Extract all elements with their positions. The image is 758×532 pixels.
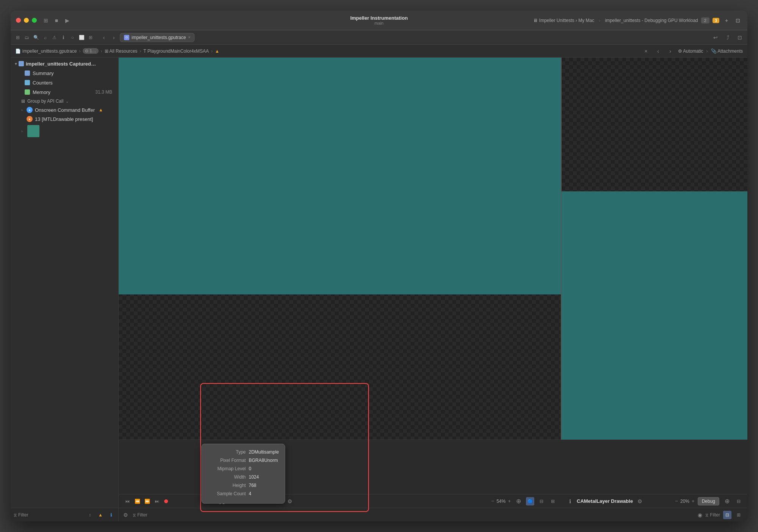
memory-label: Memory xyxy=(33,89,50,95)
onscreen-dot-icon: ● xyxy=(27,107,33,113)
right-zoom-out-icon[interactable]: − xyxy=(675,498,678,504)
fullscreen-button[interactable] xyxy=(32,18,37,23)
toolbar-icons: ⊞ 🗂 🔍 ⌕ ⚠ ℹ ○ ⬜ ⊞ xyxy=(14,33,95,42)
active-tab[interactable]: G impeller_unittests.gputrace × xyxy=(120,33,195,42)
bottom-grid-icon1[interactable]: ⊟ xyxy=(723,511,731,519)
info-filter-icon[interactable]: ℹ xyxy=(107,511,115,519)
refresh-button[interactable]: ↩ xyxy=(711,33,720,42)
bc-prev-button[interactable]: ‹ xyxy=(654,47,663,56)
zoom-out-icon[interactable]: − xyxy=(491,498,494,504)
info-icon[interactable]: ℹ xyxy=(59,33,67,42)
content-area: Type 2DMultisample Pixel Format BGRA8Uno… xyxy=(119,58,747,521)
stop-icon[interactable]: ■ xyxy=(53,17,60,23)
bc-file-icon: 📄 xyxy=(15,49,21,54)
traffic-lights xyxy=(16,18,37,23)
tooltip-width-value: 1024 xyxy=(249,474,259,480)
bc-attachments-label: 📎 Attachments xyxy=(711,49,743,54)
right-crosshair-button[interactable]: ⊕ xyxy=(722,497,731,506)
bc-item-0[interactable]: impeller_unittests.gputrace xyxy=(22,49,77,54)
tooltip-sample-row: Sample Count 4 xyxy=(208,490,279,497)
grid-icon[interactable]: ⊞ xyxy=(86,33,95,42)
teal-square-row[interactable]: › xyxy=(11,124,118,139)
sidebar-item-onscreen[interactable]: › ● Onscreen Command Buffer ▲ xyxy=(11,105,118,114)
bottom-right-filter-button[interactable]: ⧖ Filter xyxy=(705,512,720,518)
title-bc-text: Impeller Unittests › My Mac xyxy=(539,18,594,23)
tooltip-type-value: 2DMultisample xyxy=(249,449,279,455)
sidebar-item-memory[interactable]: Memory 31.3 MB xyxy=(12,88,117,97)
bc-item-1[interactable]: ⊙ 1… xyxy=(83,48,98,54)
bottom-eye-icon[interactable]: ◉ xyxy=(698,512,702,518)
warning-filter-icon[interactable]: ▲ xyxy=(96,511,105,519)
sidebar-item-mtl[interactable]: ● 13 [MTLDrawable present] xyxy=(11,114,118,124)
right-texture-panel xyxy=(562,58,747,440)
bc-close-button[interactable]: × xyxy=(642,47,651,56)
find-icon[interactable]: ⌕ xyxy=(41,33,49,42)
bottom-right-controls: ◉ ⧖ Filter ⊟ ⊞ xyxy=(698,511,743,519)
counters-label: Counters xyxy=(33,80,53,86)
doc-icon[interactable]: ⬜ xyxy=(77,33,86,42)
pb-next-button[interactable]: ⏭ xyxy=(153,497,161,505)
pb-step-back-button[interactable]: ⏪ xyxy=(133,497,141,505)
bottom-global-toolbar: ⚙ ⧖ Filter ◉ ⧖ Filter ⊟ ⊞ xyxy=(119,508,747,521)
filter-button[interactable]: ⧖ Filter xyxy=(14,512,28,518)
zoom-in-icon[interactable]: + xyxy=(508,498,511,504)
bottom-settings-icon[interactable]: ⚙ xyxy=(123,512,128,518)
memory-size: 31.3 MB xyxy=(95,89,112,95)
right-layout-button[interactable]: ⊡ xyxy=(735,33,744,42)
right-info-button[interactable]: ℹ xyxy=(566,498,574,505)
tooltip-type-label: Type xyxy=(208,449,246,455)
sort-icon[interactable]: ↕ xyxy=(86,511,94,519)
folder-icon[interactable]: 🗂 xyxy=(23,33,31,42)
debug-button[interactable]: Debug xyxy=(698,497,719,505)
right-settings-button[interactable]: ⚙ xyxy=(636,498,643,505)
right-view-icon[interactable]: ⊟ xyxy=(734,497,743,505)
teal-texture-content xyxy=(119,58,561,294)
pb-prev-button[interactable]: ⏮ xyxy=(123,497,132,505)
tab-file-icon: G xyxy=(124,35,129,40)
sidebar-root-item[interactable]: ▼ impeller_unittests Captured… xyxy=(11,59,118,68)
sidebar-item-summary[interactable]: Summary xyxy=(12,69,117,78)
add-tab-button[interactable]: + xyxy=(722,16,731,25)
inspector-icon[interactable]: 🔍 xyxy=(32,33,40,42)
sidebar-toggle-icon[interactable]: ⊞ xyxy=(43,17,49,23)
forward-nav-button[interactable]: › xyxy=(109,33,118,42)
onscreen-warning-icon: ▲ xyxy=(99,107,103,113)
play-icon[interactable]: ▶ xyxy=(64,17,70,23)
left-view-icon2[interactable]: ⊞ xyxy=(549,497,557,505)
back-nav-button[interactable]: ‹ xyxy=(99,33,108,42)
bc-item-2[interactable]: ⊞ All Resources xyxy=(105,49,138,54)
onscreen-label: Onscreen Command Buffer xyxy=(35,107,95,113)
bc-sep-0: › xyxy=(79,49,80,54)
summary-label: Summary xyxy=(33,70,54,76)
minimize-button[interactable] xyxy=(24,18,29,23)
bc-item-3[interactable]: T PlaygroundMainColor4xMSAA xyxy=(143,49,209,54)
window-layout-button[interactable]: ⊡ xyxy=(734,16,742,25)
debug-count-badge: 2 xyxy=(701,17,709,23)
tooltip-sample-label: Sample Count xyxy=(208,490,246,497)
left-color-icon[interactable]: 🔵 xyxy=(526,497,534,505)
bottom-grid-icon2[interactable]: ⊞ xyxy=(734,511,743,519)
left-view-icon1[interactable]: ⊟ xyxy=(537,497,546,505)
left-crosshair-button[interactable]: ⊕ xyxy=(514,497,523,506)
right-zoom-value: 20% xyxy=(680,499,689,504)
tab-close-button[interactable]: × xyxy=(188,35,190,39)
sidebar-icon[interactable]: ⊞ xyxy=(14,33,22,42)
tooltip-pixfmt-row: Pixel Format BGRA8Unorm xyxy=(208,457,279,464)
bottom-right-filter-label: Filter xyxy=(710,512,720,518)
bottom-filter-button[interactable]: ⧖ Filter xyxy=(133,512,148,518)
left-panel-bottom-toolbar: ⏮ ⏪ ⏩ ⏭ ℹ PlaygroundMainColor4xMSAA ⚙ − xyxy=(119,494,562,508)
close-button[interactable] xyxy=(16,18,21,23)
pb-step-forward-button[interactable]: ⏩ xyxy=(143,497,151,505)
bc-sep-3: › xyxy=(211,49,213,54)
warning-icon[interactable]: ⚠ xyxy=(50,33,58,42)
right-zoom-in-icon[interactable]: + xyxy=(692,498,695,504)
share-button[interactable]: ⤴ xyxy=(723,33,732,42)
sidebar-item-counters[interactable]: Counters xyxy=(12,78,117,87)
sidebar-tree: ▼ impeller_unittests Captured… Summary xyxy=(11,58,118,508)
link-icon[interactable]: ○ xyxy=(68,33,77,42)
title-separator: › xyxy=(599,17,600,23)
left-settings-button[interactable]: ⚙ xyxy=(286,498,294,505)
bc-next-button[interactable]: › xyxy=(666,47,675,56)
tooltip-type-row: Type 2DMultisample xyxy=(208,449,279,455)
tooltip-mipmap-label: Mipmap Level xyxy=(208,465,246,472)
